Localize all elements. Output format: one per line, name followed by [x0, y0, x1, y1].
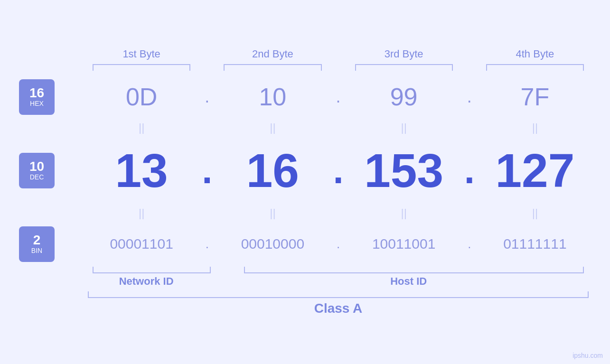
dot-dec-3: .	[460, 149, 479, 192]
labels-column: 16 HEX 10 DEC 2 BIN	[19, 78, 85, 263]
bin-badge-wrapper: 2 BIN	[19, 225, 85, 263]
eq-1-3: ||	[348, 121, 460, 134]
dec-base-name: DEC	[30, 173, 44, 181]
watermark: ipshu.com	[572, 352, 603, 359]
rows-wrapper: 16 HEX 10 DEC 2 BIN	[19, 78, 591, 263]
bin-value-1: 00001101	[85, 236, 197, 252]
equals-row-2: || || || ||	[85, 201, 591, 225]
eq-2-3: ||	[348, 206, 460, 220]
dot-dec-1: .	[197, 149, 216, 192]
dec-value-3: 153	[348, 147, 460, 194]
hex-value-4: 7F	[479, 83, 591, 111]
dec-base-num: 10	[29, 160, 44, 173]
hex-row: 0D . 10 . 99 . 7F	[85, 78, 591, 116]
bin-base-num: 2	[33, 233, 41, 247]
bin-value-3: 10011001	[348, 236, 460, 252]
bin-value-2: 00010000	[216, 236, 328, 252]
hex-value-2: 10	[216, 83, 328, 111]
hex-value-1: 0D	[85, 83, 197, 111]
eq-2-4: ||	[479, 206, 591, 220]
hex-value-3: 99	[348, 83, 460, 111]
dec-badge-wrapper: 10 DEC	[19, 140, 85, 201]
byte-header-2: 2nd Byte	[216, 48, 328, 64]
hex-base-name: HEX	[30, 100, 44, 108]
eq-2-2: ||	[216, 206, 328, 220]
class-label: Class A	[314, 301, 363, 316]
byte-header-4: 4th Byte	[479, 48, 591, 64]
hex-base-num: 16	[29, 86, 44, 100]
hex-badge: 16 HEX	[19, 79, 55, 115]
main-container: 1st Byte 2nd Byte 3rd Byte 4th Byte	[0, 0, 610, 364]
dot-bin-3: .	[460, 237, 479, 252]
bin-base-name: BIN	[31, 247, 42, 255]
network-id-label: Network ID	[119, 275, 174, 287]
eq-2-1: ||	[85, 206, 197, 220]
dot-hex-2: .	[329, 87, 348, 107]
dec-value-2: 16	[216, 147, 328, 194]
dec-row: 13 . 16 . 153 . 127	[85, 140, 591, 201]
byte-header-3: 3rd Byte	[348, 48, 460, 64]
byte-header-1: 1st Byte	[85, 48, 197, 64]
dot-hex-3: .	[460, 87, 479, 107]
eq-1-1: ||	[85, 121, 197, 134]
dot-bin-2: .	[329, 237, 348, 252]
bin-row: 00001101 . 00010000 . 10011001 . 0111111…	[85, 225, 591, 263]
eq-1-2: ||	[216, 121, 328, 134]
bin-value-4: 01111111	[479, 236, 591, 252]
bin-badge: 2 BIN	[19, 226, 55, 262]
host-id-label: Host ID	[390, 275, 427, 287]
dot-hex-1: .	[197, 87, 216, 107]
dot-bin-1: .	[197, 237, 216, 252]
dec-badge: 10 DEC	[19, 153, 55, 188]
dot-dec-2: .	[329, 149, 348, 192]
equals-row-1: || || || ||	[85, 116, 591, 140]
hex-badge-wrapper: 16 HEX	[19, 78, 85, 116]
rows-data: 0D . 10 . 99 . 7F || || || || 13 .	[85, 78, 591, 263]
dec-value-1: 13	[85, 147, 197, 194]
dec-value-4: 127	[479, 147, 591, 194]
eq-1-4: ||	[479, 121, 591, 134]
